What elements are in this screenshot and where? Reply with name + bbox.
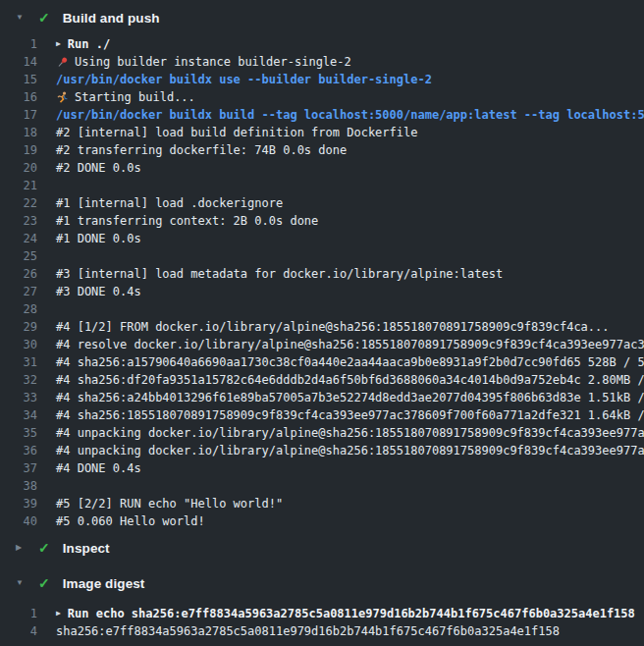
section-title: Inspect — [63, 541, 110, 556]
log-line-number[interactable]: 17 — [0, 106, 37, 124]
log-line-number[interactable]: 14 — [0, 53, 37, 71]
log-line-text: Using builder instance builder-single-2 — [75, 53, 351, 71]
runner-icon — [56, 91, 69, 104]
log-line-text: #4 sha256:185518070891758909c9f839cf4ca3… — [56, 406, 644, 424]
log-line-text: /usr/bin/docker buildx use --builder bui… — [56, 71, 432, 88]
log-line: 30#4 resolve docker.io/library/alpine@sh… — [0, 336, 644, 353]
log-line-content: #4 resolve docker.io/library/alpine@sha2… — [56, 336, 644, 353]
log-line-text: /usr/bin/docker buildx build --tag local… — [56, 106, 644, 124]
log-line: 38 — [0, 477, 644, 495]
log-line: 33#4 sha256:a24bb4013296f61e89ba57005a7b… — [0, 389, 644, 406]
log-line-number[interactable]: 21 — [0, 177, 37, 194]
log-line: 17/usr/bin/docker buildx build --tag loc… — [0, 106, 644, 124]
log-line-content: ▶Run ./ — [56, 35, 110, 53]
log-line-number[interactable]: 15 — [0, 71, 37, 88]
section-lines: 1▶Run echo sha256:e7ff8834a5963a2785c5a0… — [0, 605, 644, 640]
expand-toggle-icon[interactable]: ▶ — [56, 610, 61, 618]
log-line: 16Starting build... — [0, 88, 644, 106]
section-header[interactable]: ▶✓Inspect — [0, 530, 644, 565]
log-line: 31#4 sha256:a15790640a6690aa1730c38cf0a4… — [0, 353, 644, 371]
log-line: 23#1 transferring context: 2B 0.0s done — [0, 212, 644, 230]
section-title: Build and push — [63, 11, 160, 26]
log-line-number[interactable]: 4 — [0, 622, 37, 640]
log-line-number[interactable]: 23 — [0, 212, 37, 230]
log-line-number[interactable]: 36 — [0, 442, 37, 459]
log-line-content: /usr/bin/docker buildx use --builder bui… — [56, 71, 432, 88]
log-line-content: #4 DONE 0.4s — [56, 459, 141, 477]
log-line-number[interactable]: 31 — [0, 353, 37, 371]
log-line-number[interactable]: 1 — [0, 605, 37, 622]
log-line-number[interactable]: 16 — [0, 88, 37, 106]
expand-toggle-icon[interactable]: ▶ — [56, 40, 61, 48]
log-line-content: #2 transferring dockerfile: 74B 0.0s don… — [56, 141, 347, 159]
log-line-number[interactable]: 28 — [0, 300, 37, 318]
log-line-number[interactable]: 35 — [0, 424, 37, 442]
chevron-down-icon: ▼ — [16, 14, 27, 22]
log-line-text: Run echo sha256:e7ff8834a5963a2785c5a081… — [68, 605, 635, 622]
chevron-down-icon: ▼ — [16, 579, 27, 587]
log-line-content: #1 [internal] load .dockerignore — [56, 194, 283, 212]
log-line-content: #5 0.060 Hello world! — [56, 512, 205, 530]
log-line-content: #4 sha256:df20fa9351a15782c64e6dddb2d4a6… — [56, 371, 644, 389]
log-line-text: #4 sha256:a24bb4013296f61e89ba57005a7b3e… — [56, 389, 644, 406]
log-line-number[interactable]: 26 — [0, 265, 37, 283]
log-line-text: #2 transferring dockerfile: 74B 0.0s don… — [56, 141, 347, 159]
log-line-number[interactable]: 20 — [0, 159, 37, 177]
section-header[interactable]: ▼✓Image digest — [0, 565, 644, 601]
log-line: 18#2 [internal] load build definition fr… — [0, 124, 644, 141]
log-line-text: #3 [internal] load metadata for docker.i… — [56, 265, 503, 283]
log-line-number[interactable]: 19 — [0, 141, 37, 159]
log-line: 4sha256:e7ff8834a5963a2785c5a0811e979d16… — [0, 622, 644, 640]
log-line-content: #3 DONE 0.4s — [56, 283, 141, 300]
log-line-number[interactable]: 40 — [0, 512, 37, 530]
log-line-number[interactable]: 37 — [0, 459, 37, 477]
section-title: Image digest — [63, 576, 145, 591]
log-line: 27#3 DONE 0.4s — [0, 283, 644, 300]
log-line-content: #1 transferring context: 2B 0.0s done — [56, 212, 318, 230]
log-line-text: #1 [internal] load .dockerignore — [56, 194, 283, 212]
log-line-text: #4 DONE 0.4s — [56, 459, 141, 477]
check-success-icon: ✓ — [38, 541, 50, 555]
log-line-number[interactable]: 1 — [0, 35, 37, 53]
log-line-text: Starting build... — [75, 88, 195, 106]
log-line-text: #1 DONE 0.0s — [56, 230, 141, 247]
log-line-text: #3 DONE 0.4s — [56, 283, 141, 300]
log-line-number[interactable]: 22 — [0, 194, 37, 212]
pushpin-icon — [56, 56, 69, 69]
log-line: 15/usr/bin/docker buildx use --builder b… — [0, 71, 644, 88]
log-line-text: Run ./ — [68, 35, 110, 53]
log-line-content: #5 [2/2] RUN echo "Hello world!" — [56, 495, 283, 512]
section-header[interactable]: ▼✓Build and push — [0, 0, 644, 35]
log-line-number[interactable]: 39 — [0, 495, 37, 512]
log-line: 1▶Run ./ — [0, 35, 644, 53]
log-line-text: #4 unpacking docker.io/library/alpine@sh… — [56, 442, 644, 459]
log-line: 20#2 DONE 0.0s — [0, 159, 644, 177]
log-line-content: #2 DONE 0.0s — [56, 159, 141, 177]
log-line-content: #4 [1/2] FROM docker.io/library/alpine@s… — [56, 318, 610, 336]
log-line-number[interactable]: 29 — [0, 318, 37, 336]
log-line-content: #4 sha256:a24bb4013296f61e89ba57005a7b3e… — [56, 389, 644, 406]
log-line-content: #4 sha256:a15790640a6690aa1730c38cf0a440… — [56, 353, 644, 371]
log-section-build-and-push: ▼✓Build and push1▶Run ./14Using builder … — [0, 0, 644, 530]
log-line-text: #2 [internal] load build definition from… — [56, 124, 417, 141]
log-line-content: /usr/bin/docker buildx build --tag local… — [56, 106, 644, 124]
chevron-right-icon: ▶ — [16, 544, 27, 552]
log-line-number[interactable]: 38 — [0, 477, 37, 495]
log-line-text: #2 DONE 0.0s — [56, 159, 141, 177]
log-line-number[interactable]: 30 — [0, 336, 37, 353]
log-line-content: #4 unpacking docker.io/library/alpine@sh… — [56, 424, 644, 442]
log-line-text: #4 resolve docker.io/library/alpine@sha2… — [56, 336, 644, 353]
log-line-number[interactable]: 18 — [0, 124, 37, 141]
log-line: 36#4 unpacking docker.io/library/alpine@… — [0, 442, 644, 459]
log-line-text: #4 [1/2] FROM docker.io/library/alpine@s… — [56, 318, 610, 336]
log-line: 32#4 sha256:df20fa9351a15782c64e6dddb2d4… — [0, 371, 644, 389]
log-line-text: #1 transferring context: 2B 0.0s done — [56, 212, 318, 230]
log-line: 29#4 [1/2] FROM docker.io/library/alpine… — [0, 318, 644, 336]
log-line-number[interactable]: 32 — [0, 371, 37, 389]
log-line-content: #4 sha256:185518070891758909c9f839cf4ca3… — [56, 406, 644, 424]
log-line-number[interactable]: 27 — [0, 283, 37, 300]
log-line-number[interactable]: 25 — [0, 247, 37, 265]
log-line-number[interactable]: 34 — [0, 406, 37, 424]
log-line-number[interactable]: 33 — [0, 389, 37, 406]
log-line-number[interactable]: 24 — [0, 230, 37, 247]
